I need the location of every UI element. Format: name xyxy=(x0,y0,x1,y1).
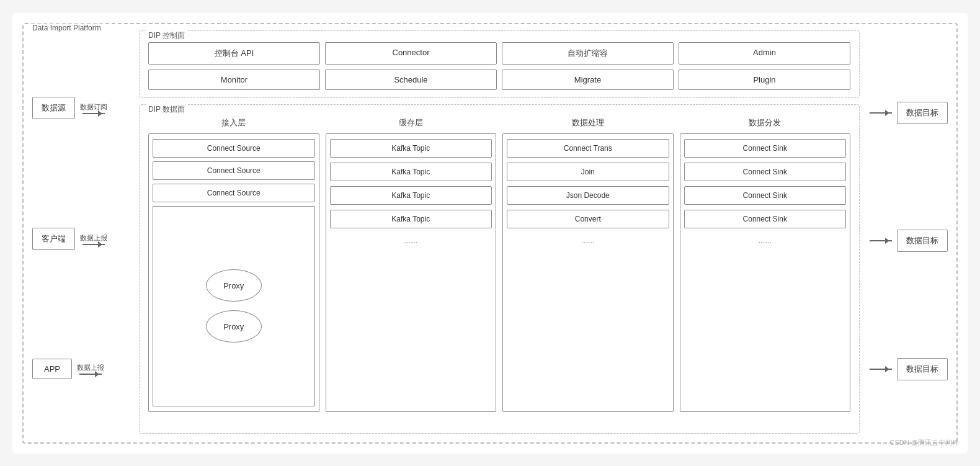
arrow-right-target-0 xyxy=(870,112,892,114)
arrow-group-1: 数据上报 xyxy=(80,233,107,245)
ctrl-btn-4[interactable]: Monitor xyxy=(148,69,320,90)
process-dots: ...... xyxy=(507,233,669,248)
cache-dots: ...... xyxy=(330,233,492,248)
dist-dots: ...... xyxy=(684,233,847,248)
control-panel-label: DIP 控制面 xyxy=(146,30,187,41)
connect-trans[interactable]: Connect Trans xyxy=(507,139,669,158)
platform-label: Data Import Platform xyxy=(30,24,104,32)
col-distribute: 数据分发 Connect Sink Connect Sink Connect S… xyxy=(680,117,851,412)
arrow-right-target-2 xyxy=(870,369,892,370)
col-header-0: 接入层 xyxy=(148,117,319,128)
target-row-2: 数据目标 xyxy=(870,358,948,380)
kafka-topic-1[interactable]: Kafka Topic xyxy=(330,163,492,181)
proxy-section: Proxy Proxy xyxy=(153,206,315,406)
source-row-1: 客户端 数据上报 xyxy=(32,228,107,250)
ctrl-btn-5[interactable]: Schedule xyxy=(325,69,497,90)
join-btn[interactable]: Join xyxy=(507,163,669,181)
outer-canvas: Data Import Platform 数据源 数据订阅 客户端 数据上报 A… xyxy=(12,13,968,454)
watermark: CSDN @腾讯云中间件 xyxy=(890,438,959,447)
target-box-1: 数据目标 xyxy=(897,230,948,252)
col-header-2: 数据处理 xyxy=(502,117,674,128)
ctrl-btn-0[interactable]: 控制台 API xyxy=(148,42,320,65)
platform-box: Data Import Platform 数据源 数据订阅 客户端 数据上报 A… xyxy=(22,23,958,444)
target-row-1: 数据目标 xyxy=(870,230,948,252)
control-panel-box: DIP 控制面 控制台 API Connector 自动扩缩容 Admin Mo… xyxy=(139,30,860,98)
source-row-2: APP 数据上报 xyxy=(32,359,104,379)
data-panel-label: DIP 数据面 xyxy=(146,104,187,115)
arrow-right-0 xyxy=(82,113,105,114)
ctrl-btn-7[interactable]: Plugin xyxy=(679,69,850,90)
ctrl-btn-2[interactable]: 自动扩缩容 xyxy=(502,42,674,65)
connect-sink-0[interactable]: Connect Sink xyxy=(684,139,847,158)
col-access: 接入层 Connect Source Connect Source Connec… xyxy=(148,117,319,412)
kafka-topic-3[interactable]: Kafka Topic xyxy=(330,210,492,228)
col-header-3: 数据分发 xyxy=(680,117,851,128)
target-box-2: 数据目标 xyxy=(897,358,948,380)
dip-inner: DIP 控制面 控制台 API Connector 自动扩缩容 Admin Mo… xyxy=(139,30,860,434)
json-decode-btn[interactable]: Json Decode xyxy=(507,186,669,205)
kafka-topic-0[interactable]: Kafka Topic xyxy=(330,139,492,158)
data-panel-inner: 接入层 Connect Source Connect Source Connec… xyxy=(148,117,850,412)
proxy-ellipse-1: Proxy xyxy=(206,310,262,343)
control-grid: 控制台 API Connector 自动扩缩容 Admin Monitor Sc… xyxy=(148,42,850,90)
col-box-1: Kafka Topic Kafka Topic Kafka Topic Kafk… xyxy=(326,133,497,412)
arrow-group-2: 数据上报 xyxy=(77,363,104,375)
connect-sink-1[interactable]: Connect Sink xyxy=(684,163,847,181)
col-process: 数据处理 Connect Trans Join Json Decode Conv… xyxy=(502,117,674,412)
arrow-group-0: 数据订阅 xyxy=(80,102,107,114)
arrow-right-2 xyxy=(79,374,102,375)
left-sources: 数据源 数据订阅 客户端 数据上报 APP 数据上报 xyxy=(32,30,131,434)
connect-sink-2[interactable]: Connect Sink xyxy=(684,186,847,205)
ctrl-btn-3[interactable]: Admin xyxy=(679,42,850,65)
source-box-1: 客户端 xyxy=(32,228,75,250)
target-row-0: 数据目标 xyxy=(870,102,948,124)
target-box-0: 数据目标 xyxy=(897,102,948,124)
data-panel-box: DIP 数据面 接入层 Connect Source Connect Sourc… xyxy=(139,104,860,434)
col-box-0: Connect Source Connect Source Connect So… xyxy=(148,133,319,412)
connect-source-1[interactable]: Connect Source xyxy=(153,161,315,180)
connect-source-2[interactable]: Connect Source xyxy=(153,184,315,202)
kafka-topic-2[interactable]: Kafka Topic xyxy=(330,186,492,205)
col-box-2: Connect Trans Join Json Decode Convert .… xyxy=(502,133,674,412)
ctrl-btn-6[interactable]: Migrate xyxy=(502,69,674,90)
proxy-ellipse-0: Proxy xyxy=(206,269,262,302)
right-targets: 数据目标 数据目标 数据目标 xyxy=(867,30,948,434)
arrow-right-1 xyxy=(82,244,105,245)
col-cache: 缓存层 Kafka Topic Kafka Topic Kafka Topic … xyxy=(326,117,497,412)
col-box-3: Connect Sink Connect Sink Connect Sink C… xyxy=(680,133,851,412)
source-box-0: 数据源 xyxy=(32,97,75,119)
convert-btn[interactable]: Convert xyxy=(507,210,669,228)
col-header-1: 缓存层 xyxy=(326,117,497,128)
arrow-right-target-1 xyxy=(870,240,892,241)
connect-source-0[interactable]: Connect Source xyxy=(153,139,315,158)
ctrl-btn-1[interactable]: Connector xyxy=(325,42,497,65)
connect-sink-3[interactable]: Connect Sink xyxy=(684,210,847,228)
source-row-0: 数据源 数据订阅 xyxy=(32,97,107,119)
source-box-2: APP xyxy=(32,359,72,379)
